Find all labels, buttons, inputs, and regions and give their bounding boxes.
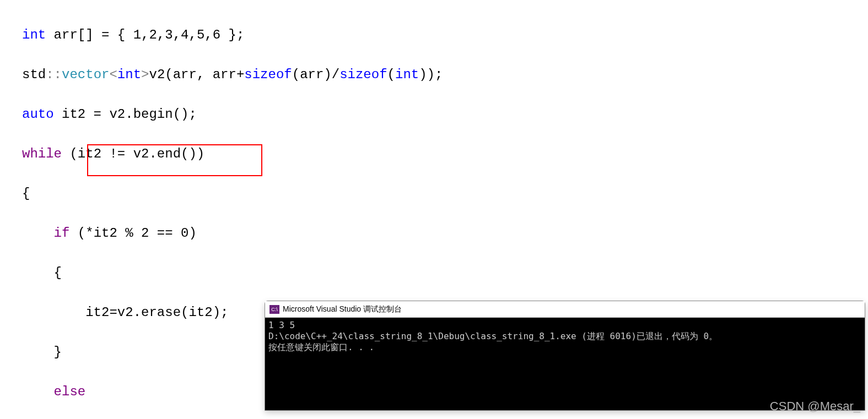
console-app-icon: C:\ bbox=[269, 305, 279, 314]
console-line: 1 3 5 bbox=[268, 320, 295, 330]
keyword-int: int bbox=[22, 28, 46, 42]
keyword-sizeof: sizeof bbox=[244, 67, 292, 82]
debug-console-window[interactable]: C:\ Microsoft Visual Studio 调试控制台 1 3 5 … bbox=[265, 301, 865, 411]
console-line: 按任意键关闭此窗口. . . bbox=[268, 342, 374, 352]
console-titlebar[interactable]: C:\ Microsoft Visual Studio 调试控制台 bbox=[265, 301, 865, 318]
code-line: while (it2 != v2.end()) bbox=[22, 144, 868, 164]
console-output[interactable]: 1 3 5 D:\code\C++_24\class_string_8_1\De… bbox=[265, 318, 865, 410]
code-line: std::vector<int>v2(arr, arr+sizeof(arr)/… bbox=[22, 65, 868, 85]
watermark-text: CSDN @Mesar_ bbox=[770, 399, 860, 413]
code-line: { bbox=[22, 263, 868, 283]
code-line: { bbox=[22, 184, 868, 204]
keyword-else: else bbox=[54, 384, 86, 399]
code-line: int arr[] = { 1,2,3,4,5,6 }; bbox=[22, 25, 868, 45]
type-vector: vector bbox=[62, 67, 109, 82]
erase-statement: it2=v2.erase(it2); bbox=[85, 305, 228, 320]
code-line: if (*it2 % 2 == 0) bbox=[22, 224, 868, 243]
keyword-if: if bbox=[54, 226, 70, 241]
console-line: D:\code\C++_24\class_string_8_1\Debug\cl… bbox=[268, 331, 718, 341]
keyword-auto: auto bbox=[22, 107, 54, 122]
keyword-while: while bbox=[22, 146, 62, 161]
console-title: Microsoft Visual Studio 调试控制台 bbox=[283, 304, 402, 314]
code-line: auto it2 = v2.begin(); bbox=[22, 105, 868, 124]
